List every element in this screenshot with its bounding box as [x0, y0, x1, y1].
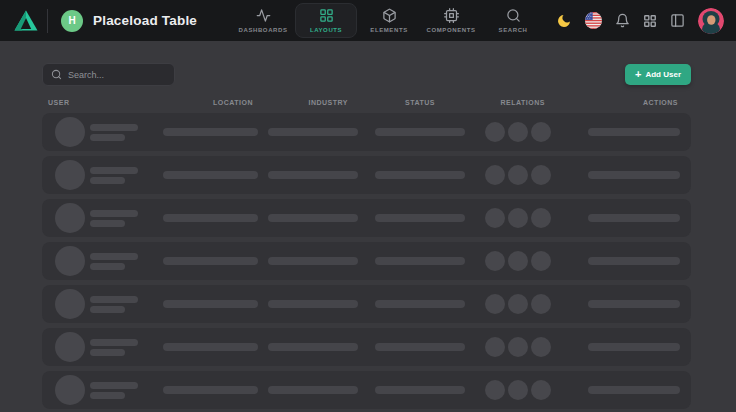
- cell-status: [375, 171, 485, 179]
- skeleton-bar: [163, 300, 258, 308]
- main-nav: DASHBOARDS LAYOUTS ELEMENTS COMPONENTS S…: [233, 0, 543, 41]
- skeleton-avatar: [55, 117, 85, 147]
- skeleton-bar: [163, 343, 258, 351]
- cell-status: [375, 257, 485, 265]
- nav-item-layouts[interactable]: LAYOUTS: [295, 3, 357, 38]
- cell-industry: [268, 386, 375, 394]
- nav-item-label: DASHBOARDS: [239, 27, 288, 33]
- cell-location: [163, 343, 268, 351]
- nav-item-label: LAYOUTS: [310, 27, 342, 33]
- cell-actions: [567, 214, 680, 222]
- skeleton-relation-circle: [508, 208, 528, 228]
- cpu-icon: [444, 8, 459, 23]
- nav-item-label: ELEMENTS: [370, 27, 407, 33]
- skeleton-bar: [163, 214, 258, 222]
- cell-location: [163, 257, 268, 265]
- nav-item-label: SEARCH: [499, 27, 528, 33]
- skeleton-user-lines: [90, 210, 138, 227]
- skeleton-relation-circle: [485, 165, 505, 185]
- column-header-location: LOCATION: [156, 99, 261, 106]
- skeleton-bar: [588, 257, 680, 265]
- apps-button[interactable]: [643, 14, 657, 28]
- table-row-placeholder: [42, 242, 691, 280]
- skeleton-bar: [268, 171, 358, 179]
- nav-item-search[interactable]: SEARCH: [483, 0, 543, 41]
- cell-status: [375, 128, 485, 136]
- skeleton-bar: [375, 214, 465, 222]
- column-header-actions: ACTIONS: [560, 99, 678, 106]
- skeleton-bar: [268, 128, 358, 136]
- dark-mode-toggle[interactable]: [556, 13, 572, 29]
- skeleton-user-lines: [90, 253, 138, 270]
- language-selector[interactable]: [585, 12, 602, 29]
- skeleton-relation-circle: [531, 294, 551, 314]
- skeleton-relation-circle: [508, 251, 528, 271]
- cell-industry: [268, 257, 375, 265]
- nav-item-elements[interactable]: ELEMENTS: [359, 0, 419, 41]
- skeleton-bar: [268, 214, 358, 222]
- cell-status: [375, 300, 485, 308]
- main-content: + Add User USER LOCATION INDUSTRY STATUS…: [0, 41, 736, 409]
- skeleton-bar: [268, 343, 358, 351]
- skeleton-line: [90, 177, 125, 184]
- cell-user: [55, 203, 163, 233]
- nav-item-label: COMPONENTS: [427, 27, 476, 33]
- column-header-industry: INDUSTRY: [261, 99, 368, 106]
- cell-industry: [268, 300, 375, 308]
- skeleton-relation-circle: [485, 337, 505, 357]
- skeleton-bar: [375, 128, 465, 136]
- skeleton-user-lines: [90, 296, 138, 313]
- skeleton-bar: [268, 300, 358, 308]
- h-badge: H: [61, 10, 83, 32]
- skeleton-line: [90, 339, 138, 346]
- skeleton-relation-circle: [531, 337, 551, 357]
- cell-user: [55, 160, 163, 190]
- cell-relations: [485, 122, 567, 142]
- cell-relations: [485, 251, 567, 271]
- skeleton-bar: [588, 214, 680, 222]
- skeleton-line: [90, 349, 125, 356]
- skeleton-user-lines: [90, 382, 138, 399]
- skeleton-relation-circle: [508, 294, 528, 314]
- cell-location: [163, 300, 268, 308]
- user-avatar[interactable]: [698, 8, 724, 34]
- cell-relations: [485, 294, 567, 314]
- skeleton-line: [90, 296, 138, 303]
- cell-actions: [567, 128, 680, 136]
- nav-item-components[interactable]: COMPONENTS: [421, 0, 481, 41]
- skeleton-line: [90, 220, 125, 227]
- sidebar-toggle-button[interactable]: [670, 13, 685, 28]
- cell-user: [55, 246, 163, 276]
- skeleton-relation-circle: [531, 122, 551, 142]
- skeleton-line: [90, 167, 138, 174]
- table-row-placeholder: [42, 285, 691, 323]
- skeleton-bar: [375, 343, 465, 351]
- cell-relations: [485, 337, 567, 357]
- notifications-button[interactable]: [615, 13, 630, 28]
- cell-industry: [268, 171, 375, 179]
- table-body: [42, 113, 691, 409]
- cell-location: [163, 386, 268, 394]
- cell-location: [163, 214, 268, 222]
- add-user-label: Add User: [645, 70, 681, 79]
- column-header-relations: RELATIONS: [478, 99, 560, 106]
- search-input[interactable]: [68, 70, 166, 80]
- sidebar-panel-icon: [670, 13, 685, 28]
- add-user-button[interactable]: + Add User: [625, 64, 691, 85]
- cell-industry: [268, 343, 375, 351]
- search-box: [42, 63, 175, 86]
- grid-icon: [319, 8, 334, 23]
- nav-item-dashboards[interactable]: DASHBOARDS: [233, 0, 293, 41]
- brand-logo-icon[interactable]: [14, 10, 38, 31]
- skeleton-line: [90, 124, 138, 131]
- skeleton-user-lines: [90, 339, 138, 356]
- skeleton-relation-circle: [531, 380, 551, 400]
- skeleton-relation-circle: [485, 208, 505, 228]
- skeleton-bar: [375, 300, 465, 308]
- skeleton-bar: [588, 128, 680, 136]
- skeleton-avatar: [55, 332, 85, 362]
- skeleton-bar: [588, 300, 680, 308]
- skeleton-line: [90, 306, 125, 313]
- skeleton-line: [90, 253, 138, 260]
- cell-user: [55, 375, 163, 405]
